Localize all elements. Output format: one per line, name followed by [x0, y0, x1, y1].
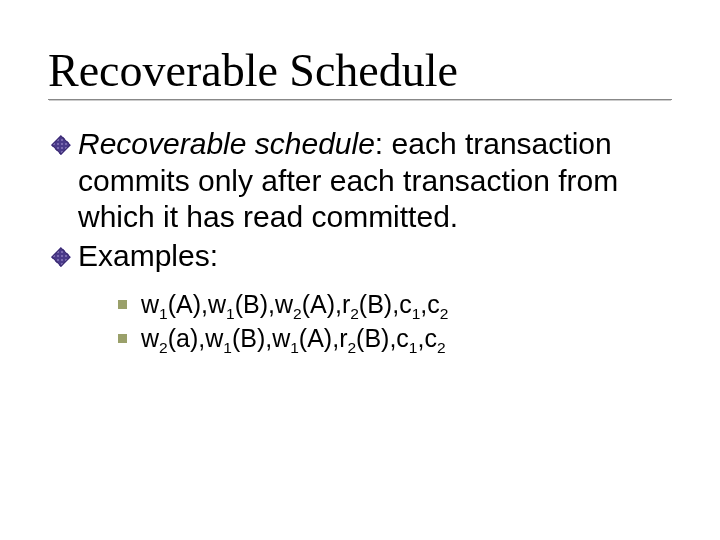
slide-body: Recoverable schedule: each transaction c… [48, 126, 672, 356]
example-text: w2(a),w1(B),w1(A),r2(B),c1,c2 [141, 322, 446, 356]
square-bullet-icon [118, 334, 127, 343]
example-item: w2(a),w1(B),w1(A),r2(B),c1,c2 [118, 322, 672, 356]
title-underline: Recoverable Schedule [48, 44, 672, 100]
example-item: w1(A),w1(B),w2(A),r2(B),c1,c2 [118, 288, 672, 322]
diamond-bullet-icon [51, 247, 71, 267]
bullet-text: Recoverable schedule: each transaction c… [78, 126, 672, 236]
bullet-item: Examples: [54, 238, 672, 275]
slide: Recoverable Schedule Recoverable schedul… [0, 0, 720, 356]
examples-list: w1(A),w1(B),w2(A),r2(B),c1,c2 w2(a),w1(B… [118, 288, 672, 356]
diamond-bullet-icon [51, 135, 71, 155]
bullet-text: Examples: [78, 238, 672, 275]
example-text: w1(A),w1(B),w2(A),r2(B),c1,c2 [141, 288, 448, 322]
square-bullet-icon [118, 300, 127, 309]
slide-title: Recoverable Schedule [48, 44, 672, 97]
bullet-item: Recoverable schedule: each transaction c… [54, 126, 672, 236]
